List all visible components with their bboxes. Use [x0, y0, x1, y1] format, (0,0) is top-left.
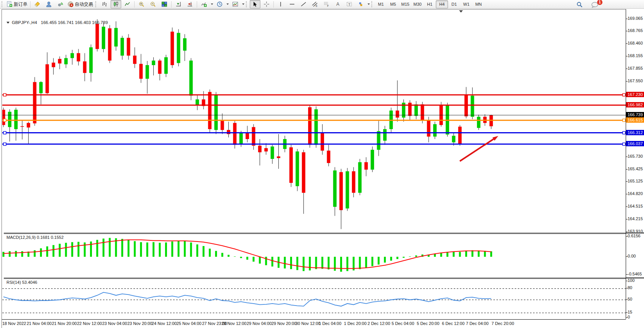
market-watch-button[interactable]: [43, 0, 54, 8]
arrows-tool[interactable]: [355, 0, 366, 8]
rsi-indicator-label: RSI(14) 53.4046: [6, 280, 37, 285]
search-button[interactable]: [574, 0, 585, 9]
text-label-icon: T: [346, 1, 352, 7]
templates-dropdown[interactable]: [241, 0, 245, 8]
timeframe-h4-button[interactable]: H4: [436, 0, 448, 8]
zoom-in-icon: [138, 1, 145, 7]
text-label-tool[interactable]: T: [344, 0, 355, 8]
price-tick-label: 80: [628, 285, 632, 290]
auto-trading-button[interactable]: 自动交易: [66, 0, 94, 8]
timeframe-d1-button[interactable]: D1: [448, 0, 460, 8]
crosshair-button[interactable]: [261, 0, 272, 8]
chart-shift-button[interactable]: [185, 0, 195, 8]
periods-dropdown[interactable]: [225, 0, 230, 8]
price-level-badge: 167.230: [626, 92, 644, 97]
time-tick-label: 1 Dec 04:00: [319, 321, 341, 326]
toolbar-grip[interactable]: [371, 1, 374, 7]
mt4-terminal: { "toolbar": { "new_order": "新订单", "auto…: [0, 0, 644, 328]
axis-separator: [626, 232, 644, 234]
signal-icon: [57, 1, 63, 7]
price-tick-label: 168.460: [628, 41, 643, 45]
trendline-icon: [300, 1, 307, 7]
notifications-button[interactable]: 1: [590, 0, 601, 9]
price-tick-label: 165.125: [628, 179, 643, 183]
price-level-badge: 166.982: [626, 102, 644, 107]
time-tick-label: 25 Nov 04:00: [177, 321, 201, 326]
text-icon: A: [335, 1, 341, 7]
vertical-line-icon: [278, 1, 284, 7]
timeframe-h1-button[interactable]: H1: [424, 0, 436, 8]
vertical-line-tool[interactable]: [275, 0, 286, 8]
svg-text:E: E: [316, 5, 318, 7]
timeframe-bar: M1M5M15M30H1H4D1W1MN: [375, 0, 485, 8]
timeframe-m5-button[interactable]: M5: [387, 0, 399, 8]
panel-separator[interactable]: [4, 233, 644, 234]
svg-text:T: T: [348, 3, 351, 6]
candlestick-chart-icon: [113, 1, 119, 7]
price-tick-label: 164.820: [628, 191, 643, 196]
zoom-out-button[interactable]: [148, 0, 158, 8]
timeframe-m1-button[interactable]: M1: [375, 0, 387, 8]
signals-button[interactable]: [55, 0, 66, 8]
macd-panel[interactable]: [2, 234, 626, 278]
price-tick-label: 15: [628, 310, 632, 314]
macd-indicator-label: MACD(12,26,9) 0.1681 0.1552: [6, 235, 64, 240]
toolbar-grip[interactable]: [2, 1, 4, 7]
time-tick-label: 7 Dec 20:00: [491, 321, 514, 326]
auto-trading-label: 自动交易: [75, 1, 93, 8]
timeframe-mn-button[interactable]: MN: [472, 0, 485, 8]
chevron-down-icon[interactable]: [6, 22, 10, 24]
price-axis[interactable]: 169.065168.765168.460168.155167.855167.5…: [626, 9, 644, 319]
price-level-badge: 166.615: [626, 117, 644, 123]
time-tick-label: 2 Dec 12:00: [368, 321, 390, 326]
panel-separator[interactable]: [4, 278, 644, 279]
new-order-button[interactable]: 新订单: [5, 0, 29, 8]
line-chart-icon: [124, 1, 130, 7]
timeframe-m15-button[interactable]: M15: [399, 0, 411, 8]
price-tick-label: 168.765: [628, 28, 643, 33]
templates-button[interactable]: [230, 0, 241, 8]
rsi-panel[interactable]: [2, 279, 626, 320]
brush-icon: [34, 1, 40, 7]
tile-windows-icon: [161, 1, 167, 7]
price-tick-label: 167.550: [628, 78, 643, 83]
trendline-tool[interactable]: [298, 0, 309, 8]
chart-symbol-period: GBPJPY-,H4: [12, 20, 37, 25]
time-tick-label: 23 Nov 04:00: [102, 321, 127, 326]
toolbar-grip[interactable]: [95, 1, 98, 7]
timeframe-w1-button[interactable]: W1: [460, 0, 472, 8]
zoom-in-button[interactable]: [136, 0, 147, 8]
bar-chart-button[interactable]: [99, 0, 110, 8]
cursor-icon: [252, 1, 258, 7]
arrows-dropdown[interactable]: [366, 0, 371, 8]
line-chart-button[interactable]: [122, 0, 133, 8]
price-chart[interactable]: [2, 10, 626, 233]
auto-scroll-button[interactable]: [173, 0, 184, 8]
styler-button[interactable]: [32, 0, 43, 8]
price-tick-label: 100: [628, 278, 634, 283]
time-tick-label: 30 Nov 12:00: [296, 321, 320, 326]
horizontal-line-tool[interactable]: [287, 0, 297, 8]
price-tick-label: 0.6156: [628, 234, 641, 238]
tile-windows-button[interactable]: [159, 0, 170, 8]
toolbar-grip[interactable]: [246, 1, 249, 7]
periods-button[interactable]: [214, 0, 225, 8]
template-icon: [232, 1, 238, 7]
axis-separator: [626, 277, 644, 278]
channel-tool[interactable]: E: [310, 0, 320, 8]
time-axis[interactable]: 18 Nov 202221 Nov 04:0021 Nov 20:0022 No…: [2, 319, 626, 328]
indicators-button[interactable]: [199, 0, 209, 8]
candlestick-chart-button[interactable]: [111, 0, 121, 8]
price-tick-label: 50: [628, 297, 632, 301]
price-tick-label: -0.5465: [628, 272, 642, 276]
indicators-dropdown[interactable]: [210, 0, 214, 8]
time-tick-label: 7 Dec 04:00: [466, 321, 488, 326]
timeframe-m30-button[interactable]: M30: [411, 0, 424, 8]
indicators-icon: [201, 1, 207, 7]
fibonacci-tool[interactable]: F: [321, 0, 332, 8]
profile-icon: [46, 1, 52, 7]
text-tool[interactable]: A: [332, 0, 343, 8]
cursor-button[interactable]: [250, 0, 260, 8]
channel-icon: E: [312, 1, 318, 7]
price-level-badge: 166.037: [626, 141, 644, 146]
